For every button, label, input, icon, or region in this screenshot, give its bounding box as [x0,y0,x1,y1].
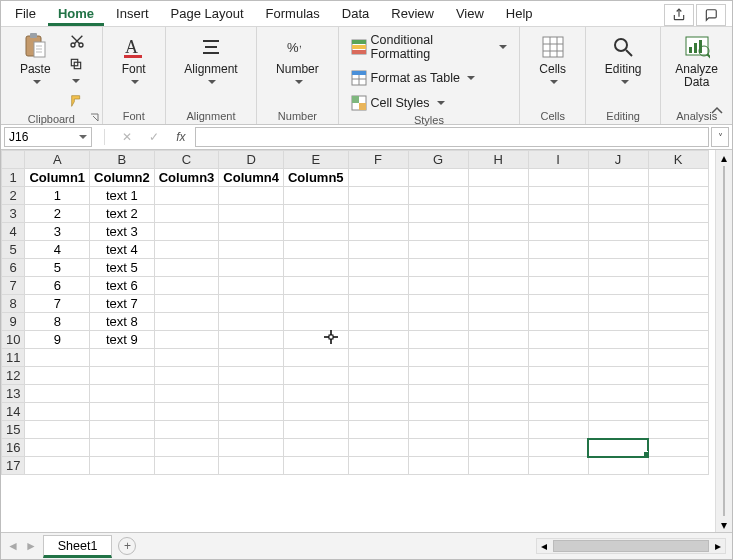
row-header-12[interactable]: 12 [2,367,25,385]
cell-A17[interactable] [25,457,90,475]
cell-G5[interactable] [408,241,468,259]
editing-button[interactable]: Editing [594,31,652,91]
cell-A11[interactable] [25,349,90,367]
cell-K7[interactable] [648,277,708,295]
collapse-ribbon-button[interactable] [710,104,726,120]
cell-A12[interactable] [25,367,90,385]
tab-page-layout[interactable]: Page Layout [161,2,254,26]
column-header-J[interactable]: J [588,151,648,169]
cell-A7[interactable]: 6 [25,277,90,295]
cell-G3[interactable] [408,205,468,223]
cell-J16[interactable] [588,439,648,457]
cell-B7[interactable]: text 6 [90,277,155,295]
cell-styles-button[interactable]: Cell Styles [347,93,512,113]
cell-D3[interactable] [219,205,284,223]
cell-D9[interactable] [219,313,284,331]
cell-D10[interactable] [219,331,284,349]
cell-A15[interactable] [25,421,90,439]
cell-F6[interactable] [348,259,408,277]
cell-J3[interactable] [588,205,648,223]
cell-C6[interactable] [154,259,219,277]
tab-help[interactable]: Help [496,2,543,26]
row-header-1[interactable]: 1 [2,169,25,187]
cell-K9[interactable] [648,313,708,331]
row-header-10[interactable]: 10 [2,331,25,349]
font-button[interactable]: A Font [111,31,157,91]
cell-D15[interactable] [219,421,284,439]
cell-E5[interactable] [283,241,348,259]
cell-J8[interactable] [588,295,648,313]
expand-formula-bar-button[interactable] [711,127,729,147]
cell-K17[interactable] [648,457,708,475]
cell-J10[interactable] [588,331,648,349]
cell-I1[interactable] [528,169,588,187]
tab-review[interactable]: Review [381,2,444,26]
cell-I14[interactable] [528,403,588,421]
cell-J15[interactable] [588,421,648,439]
paste-button[interactable]: Paste [9,31,61,91]
cell-G1[interactable] [408,169,468,187]
cell-B1[interactable]: Column2 [90,169,155,187]
cell-B13[interactable] [90,385,155,403]
cell-G9[interactable] [408,313,468,331]
cell-I4[interactable] [528,223,588,241]
cell-A3[interactable]: 2 [25,205,90,223]
cell-A9[interactable]: 8 [25,313,90,331]
cell-I16[interactable] [528,439,588,457]
column-header-I[interactable]: I [528,151,588,169]
cell-H11[interactable] [468,349,528,367]
cell-G11[interactable] [408,349,468,367]
cells-button[interactable]: Cells [528,31,577,91]
cell-A5[interactable]: 4 [25,241,90,259]
cell-I15[interactable] [528,421,588,439]
enter-formula-icon[interactable]: ✓ [149,130,159,144]
cell-E13[interactable] [283,385,348,403]
analyze-data-button[interactable]: Analyze Data [669,31,724,91]
cell-K8[interactable] [648,295,708,313]
cell-A13[interactable] [25,385,90,403]
cell-D7[interactable] [219,277,284,295]
row-header-9[interactable]: 9 [2,313,25,331]
worksheet-grid[interactable]: ABCDEFGHIJK1Column1Column2Column3Column4… [1,150,715,532]
cell-B5[interactable]: text 4 [90,241,155,259]
cell-B3[interactable]: text 2 [90,205,155,223]
cell-F16[interactable] [348,439,408,457]
cell-I9[interactable] [528,313,588,331]
cell-K13[interactable] [648,385,708,403]
cell-D12[interactable] [219,367,284,385]
cell-D17[interactable] [219,457,284,475]
tab-file[interactable]: File [5,2,46,26]
column-header-A[interactable]: A [25,151,90,169]
cell-J6[interactable] [588,259,648,277]
tab-home[interactable]: Home [48,2,104,26]
column-header-C[interactable]: C [154,151,219,169]
cell-J13[interactable] [588,385,648,403]
cell-D5[interactable] [219,241,284,259]
cell-F3[interactable] [348,205,408,223]
cell-J4[interactable] [588,223,648,241]
cell-F17[interactable] [348,457,408,475]
row-header-8[interactable]: 8 [2,295,25,313]
cell-C14[interactable] [154,403,219,421]
sheet-nav-arrows[interactable]: ◄► [7,539,37,553]
cell-E14[interactable] [283,403,348,421]
cell-B2[interactable]: text 1 [90,187,155,205]
cell-F10[interactable] [348,331,408,349]
cell-I11[interactable] [528,349,588,367]
cell-F11[interactable] [348,349,408,367]
cell-K2[interactable] [648,187,708,205]
cell-F8[interactable] [348,295,408,313]
cell-I12[interactable] [528,367,588,385]
cell-D8[interactable] [219,295,284,313]
cell-C11[interactable] [154,349,219,367]
cell-J1[interactable] [588,169,648,187]
cell-I5[interactable] [528,241,588,259]
cell-G15[interactable] [408,421,468,439]
cell-E17[interactable] [283,457,348,475]
cell-K16[interactable] [648,439,708,457]
cell-G4[interactable] [408,223,468,241]
cell-B6[interactable]: text 5 [90,259,155,277]
cell-C12[interactable] [154,367,219,385]
vertical-scrollbar[interactable]: ▴ ▾ [715,150,732,532]
cell-B12[interactable] [90,367,155,385]
